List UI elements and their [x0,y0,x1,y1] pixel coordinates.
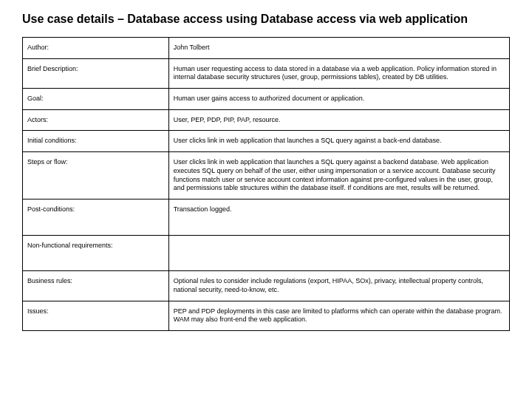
row-label: Brief Description: [23,58,169,88]
row-label: Actors: [23,109,169,131]
row-value: User clicks link in web application that… [168,152,509,200]
table-row: Business rules:Optional rules to conside… [23,271,510,301]
table-row: Actors:User, PEP, PDP, PIP, PAP, resourc… [23,109,510,131]
row-label: Initial conditions: [23,131,169,152]
row-value: Transaction logged. [168,199,509,235]
row-value: John Tolbert [168,38,509,59]
table-row: Issues:PEP and PDP deployments in this c… [23,301,510,330]
page: Use case details – Database access using… [0,0,532,346]
row-value: Human user gains access to authorized do… [168,89,509,110]
row-value [168,235,509,271]
table-row: Initial conditions:User clicks link in w… [23,131,510,152]
row-label: Author: [23,38,169,59]
row-label: Steps or flow: [23,152,169,200]
row-value: Optional rules to consider include regul… [168,271,509,301]
table-row: Post-conditions:Transaction logged. [23,199,510,235]
page-title: Use case details – Database access using… [22,12,510,27]
row-value: User, PEP, PDP, PIP, PAP, resource. [168,109,509,131]
table-row: Non-functional requirements: [23,235,510,271]
row-label: Business rules: [23,271,169,301]
row-value: User clicks link in web application that… [168,131,509,152]
table-row: Steps or flow:User clicks link in web ap… [23,152,510,200]
row-label: Goal: [23,89,169,110]
row-label: Non-functional requirements: [23,235,169,271]
table-row: Goal:Human user gains access to authoriz… [23,89,510,110]
usecase-table-body: Author:John TolbertBrief Description:Hum… [23,38,510,331]
table-row: Author:John Tolbert [23,38,510,59]
usecase-table: Author:John TolbertBrief Description:Hum… [22,37,510,331]
row-label: Post-conditions: [23,199,169,235]
table-row: Brief Description:Human user requesting … [23,58,510,88]
row-value: Human user requesting access to data sto… [168,58,509,88]
row-label: Issues: [23,301,169,330]
row-value: PEP and PDP deployments in this case are… [168,301,509,330]
